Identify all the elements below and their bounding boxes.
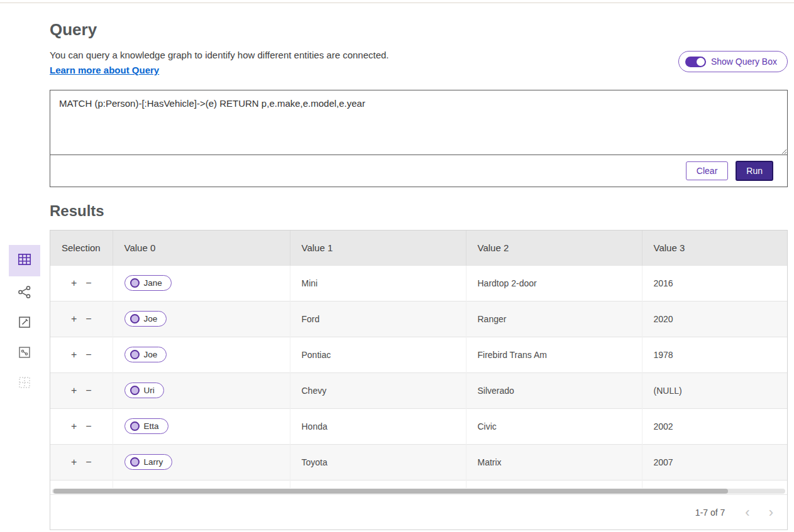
cell-year: 2020 — [642, 301, 787, 337]
remove-from-selection-button[interactable]: − — [81, 313, 96, 325]
results-table-viewport: Selection Value 0 Value 1 Value 2 Value … — [50, 231, 787, 488]
table-row: +− Uri Chevy Silverado (NULL) — [50, 372, 787, 408]
header-row: Selection Value 0 Value 1 Value 2 Value … — [50, 231, 787, 265]
add-to-selection-button[interactable]: + — [67, 349, 81, 361]
cell-year: 2002 — [642, 408, 787, 444]
table-view-button[interactable] — [9, 245, 40, 276]
next-page-icon[interactable]: › — [766, 506, 776, 519]
col-value-0: Value 0 — [113, 231, 290, 265]
chart-view-button[interactable] — [9, 315, 40, 332]
cell-model: Silverado — [466, 372, 642, 408]
cell-year: (NULL) — [642, 372, 787, 408]
entity-name: Joe — [144, 350, 158, 359]
cell-year: 1978 — [642, 337, 787, 372]
col-value-1: Value 1 — [290, 231, 466, 265]
add-to-selection-button[interactable]: + — [67, 421, 81, 432]
learn-more-link[interactable]: Learn more about Query — [50, 65, 159, 75]
top-divider — [0, 3, 794, 3]
toggle-knob — [697, 58, 705, 66]
pagination-range: 1-7 of 7 — [695, 508, 725, 518]
table-row-partial: +− — [50, 480, 787, 488]
entity-name: Jane — [144, 278, 162, 288]
cell-model: Hardtop 2-door — [466, 265, 642, 301]
cell-model: Firebird Trans Am — [466, 337, 642, 372]
entity-pill[interactable]: Jane — [124, 275, 172, 291]
query-toolbar: Clear Run — [50, 155, 787, 187]
run-button[interactable]: Run — [736, 161, 773, 181]
table-row: +− Joe Ford Ranger 2020 — [50, 301, 787, 337]
previous-page-icon[interactable]: ‹ — [742, 506, 752, 519]
add-to-selection-button[interactable]: + — [67, 457, 81, 468]
map-view-icon — [18, 345, 31, 362]
add-to-selection-button[interactable]: + — [67, 313, 81, 325]
cell-year: 2007 — [642, 444, 787, 480]
page-description: You can query a knowledge graph to ident… — [50, 50, 389, 60]
entity-name: Uri — [144, 386, 155, 395]
cell-year: 2016 — [642, 265, 787, 301]
person-node-icon — [130, 457, 140, 467]
add-to-selection-button[interactable]: + — [67, 278, 81, 289]
scrollbar-thumb[interactable] — [53, 489, 728, 494]
entity-pill[interactable]: Uri — [124, 383, 164, 398]
page-title: Query — [50, 20, 97, 40]
grid-view-button[interactable] — [9, 376, 40, 392]
cell-make: Ford — [290, 301, 466, 337]
table-row: +− Larry Toyota Matrix 2007 — [50, 444, 787, 480]
person-node-icon — [130, 386, 140, 395]
remove-from-selection-button[interactable]: − — [81, 457, 96, 468]
cell-year — [642, 480, 787, 488]
person-node-icon — [130, 314, 140, 323]
cell-model: Civic — [466, 408, 642, 444]
show-query-box-toggle[interactable]: Show Query Box — [678, 51, 788, 72]
toggle-label: Show Query Box — [711, 57, 777, 67]
query-panel: MATCH (p:Person)-[:HasVehicle]->(e) RETU… — [50, 90, 788, 187]
cell-model — [466, 480, 642, 488]
pagination-bar: 1-7 of 7 ‹ › — [50, 494, 787, 529]
entity-name: Larry — [144, 457, 163, 467]
cell-model: Ranger — [466, 301, 642, 337]
remove-from-selection-button[interactable]: − — [81, 349, 96, 361]
results-table: Selection Value 0 Value 1 Value 2 Value … — [50, 231, 787, 488]
col-value-2: Value 2 — [466, 231, 642, 265]
table-row: +− Etta Honda Civic 2002 — [50, 408, 787, 444]
entity-name: Joe — [144, 314, 158, 323]
person-node-icon — [130, 278, 140, 288]
view-switcher-rail — [9, 245, 40, 406]
chart-view-icon — [18, 315, 31, 332]
graph-view-button[interactable] — [9, 285, 40, 301]
horizontal-scrollbar[interactable] — [52, 489, 785, 494]
entity-pill[interactable]: Joe — [124, 347, 167, 362]
entity-name: Etta — [144, 421, 159, 431]
person-node-icon — [130, 421, 140, 431]
grid-view-icon — [18, 376, 31, 392]
remove-from-selection-button[interactable]: − — [81, 278, 96, 289]
cell-make: Mini — [290, 265, 466, 301]
add-to-selection-button[interactable]: + — [67, 385, 81, 396]
cell-make — [290, 480, 466, 488]
col-selection: Selection — [50, 231, 113, 265]
cell-make: Pontiac — [290, 337, 466, 372]
entity-pill[interactable]: Joe — [124, 311, 167, 327]
results-table-card: Selection Value 0 Value 1 Value 2 Value … — [50, 230, 788, 530]
toggle-on-icon[interactable] — [685, 57, 706, 67]
table-row: +− Joe Pontiac Firebird Trans Am 1978 — [50, 337, 787, 372]
table-row: +− Jane Mini Hardtop 2-door 2016 — [50, 265, 787, 301]
cell-make: Chevy — [290, 372, 466, 408]
cell-make: Toyota — [290, 444, 466, 480]
col-value-3: Value 3 — [642, 231, 787, 265]
query-page: Query You can query a knowledge graph to… — [0, 0, 794, 532]
clear-button[interactable]: Clear — [686, 161, 728, 180]
person-node-icon — [130, 350, 140, 359]
graph-view-icon — [18, 285, 31, 301]
remove-from-selection-button[interactable]: − — [81, 421, 96, 432]
remove-from-selection-button[interactable]: − — [81, 385, 96, 396]
cell-make: Honda — [290, 408, 466, 444]
map-view-button[interactable] — [9, 345, 40, 362]
results-title: Results — [50, 202, 104, 220]
table-view-icon — [16, 251, 33, 270]
entity-pill[interactable]: Larry — [124, 454, 173, 470]
cell-model: Matrix — [466, 444, 642, 480]
query-input[interactable]: MATCH (p:Person)-[:HasVehicle]->(e) RETU… — [50, 90, 787, 155]
entity-pill[interactable]: Etta — [124, 418, 168, 434]
